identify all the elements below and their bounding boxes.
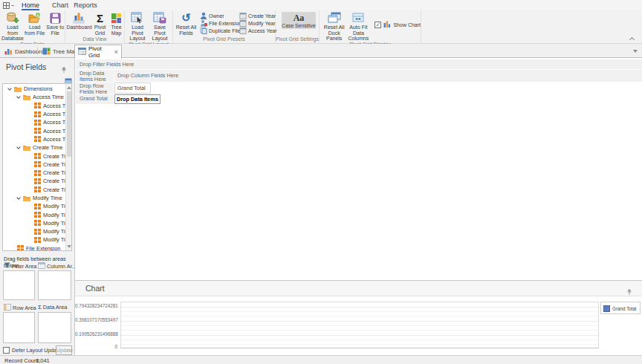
tree-item[interactable]: Modify Time (... xyxy=(3,227,65,235)
field-icon xyxy=(34,186,41,192)
tree-item[interactable]: Dimensions xyxy=(3,85,65,93)
tree-item[interactable]: Modify Time xyxy=(3,194,65,202)
field-icon xyxy=(34,229,41,235)
pivot-fields-panel: Pivot Fields DimensionsAccess TimeAccess… xyxy=(0,58,75,355)
update-button[interactable]: Update xyxy=(56,345,72,355)
load-from-database-button[interactable]: Load from Database xyxy=(1,11,24,42)
column-area-dropbox[interactable] xyxy=(38,270,71,300)
tree-item[interactable]: Create Time (Y... xyxy=(3,186,65,194)
data-cell[interactable]: Drop Data Items He xyxy=(114,94,160,104)
reset-all-dock-panels-button[interactable]: Reset All Dock Panels xyxy=(322,11,346,42)
close-tab-icon[interactable]: × xyxy=(114,49,118,56)
tree-item[interactable]: Access Time xyxy=(3,102,65,110)
tree-item[interactable]: Access Time (... xyxy=(3,118,65,126)
dashboard-button[interactable]: Dashboard xyxy=(67,11,91,30)
sigma-icon: Σ xyxy=(97,11,103,25)
tree-item[interactable]: Create Time (... xyxy=(3,169,65,177)
auto-fit-data-columns-button[interactable]: Auto Fit Data Columns xyxy=(346,11,371,42)
tree-item[interactable]: Create Time xyxy=(3,143,65,152)
legend-color-swatch xyxy=(603,305,610,312)
preset-modify-year-button[interactable]: Modify Year xyxy=(239,19,275,27)
show-chart-checkbox[interactable]: ✓ Show Chart xyxy=(374,21,421,28)
field-icon xyxy=(34,120,41,126)
filter-area-dropbox[interactable] xyxy=(3,270,35,300)
preset-create-year-button[interactable]: Create Year xyxy=(239,12,275,19)
reset-all-fields-button[interactable]: ↺ Reset All Fields xyxy=(175,11,198,36)
duplicate-files-icon xyxy=(200,27,207,35)
tab-separator xyxy=(37,48,38,55)
workspace: Pivot Fields DimensionsAccess TimeAccess… xyxy=(0,58,642,355)
tree-item[interactable]: Access Time xyxy=(3,93,65,101)
pivot-grid-tab-icon xyxy=(78,48,86,56)
preset-access-year-button[interactable]: Access Year xyxy=(239,27,275,34)
checkbox-checked-icon: ✓ xyxy=(374,22,381,28)
save-to-file-button[interactable]: Save to File xyxy=(45,11,65,36)
expand-chevron-icon[interactable] xyxy=(16,94,21,99)
doc-tab-pivot-grid[interactable]: Pivot Grid × xyxy=(74,45,122,59)
ribbon-collapse-icon[interactable] xyxy=(629,37,635,42)
y-axis-tick-label: 0.794328234724281 xyxy=(75,303,117,308)
data-area-label: Σ Data Area xyxy=(38,304,67,311)
ribbon-tab-reports[interactable]: Reports xyxy=(71,0,100,10)
tree-item[interactable]: File Extension xyxy=(3,244,65,251)
tree-item[interactable]: Modify Time (... xyxy=(3,219,65,227)
field-icon xyxy=(34,212,41,218)
tree-item[interactable]: Access Time (... xyxy=(3,110,65,118)
case-sensitive-toggle-button[interactable]: Aa Case Sensitive xyxy=(282,12,316,29)
drop-column-fields-zone[interactable]: Drop Column Fields Here xyxy=(114,70,642,82)
column-grand-total-cell[interactable]: Grand Total xyxy=(114,82,151,94)
expand-chevron-icon[interactable] xyxy=(7,86,12,91)
funnel-icon xyxy=(4,262,10,270)
drop-data-items-zone[interactable]: Drop Data Items Here xyxy=(76,70,114,82)
ribbon-tab-chart[interactable]: Chart xyxy=(49,0,71,10)
drop-row-fields-zone[interactable]: Drop Row Fields Here xyxy=(76,82,114,94)
tree-item[interactable]: Modify Time (... xyxy=(3,235,65,244)
app-menu-arrow-icon xyxy=(11,5,14,6)
y-axis-tick-label: 0.199526231496888 xyxy=(75,331,117,337)
scroll-up-icon[interactable] xyxy=(67,86,71,89)
scrollbar-thumb[interactable] xyxy=(67,91,71,157)
tab-scroll-dropdown-icon[interactable] xyxy=(633,50,638,53)
row-area-dropbox[interactable] xyxy=(3,312,35,343)
save-pivot-layout-button[interactable]: Save Pivot Layout xyxy=(149,11,171,42)
ribbon-tab-home[interactable]: Home xyxy=(21,0,40,10)
tree-map-button[interactable]: Tree Map xyxy=(108,11,124,36)
tree-scrollbar[interactable] xyxy=(65,84,71,250)
row-area-label: Row Area xyxy=(4,304,36,312)
tree-item[interactable]: Access Time (Y... xyxy=(3,135,65,143)
preset-duplicate-files-button[interactable]: Duplicate Files xyxy=(200,27,237,34)
load-from-file-button[interactable]: Load from File xyxy=(24,11,45,36)
tree-item[interactable]: Create Time (... xyxy=(3,177,65,185)
data-area-dropbox[interactable] xyxy=(38,312,71,343)
scroll-down-icon[interactable] xyxy=(67,245,71,248)
defer-layout-checkbox[interactable] xyxy=(3,347,10,354)
defer-layout-label: Defer Layout Update xyxy=(12,347,61,354)
load-pivot-layout-button[interactable]: Load Pivot Layout xyxy=(126,11,149,42)
tree-item[interactable]: Create Time xyxy=(3,152,65,160)
application-menu-button[interactable] xyxy=(3,1,16,10)
preset-file-extension-button[interactable]: File Extension xyxy=(200,19,237,27)
ribbon-group-pivot-grid-layout: Load Pivot Layout Save Pivot Layout Pivo… xyxy=(125,10,173,43)
expand-chevron-icon[interactable] xyxy=(16,145,21,149)
y-axis-tick-label: 0 xyxy=(75,344,117,349)
tree-item[interactable]: Modify Time (... xyxy=(3,210,65,218)
tree-item[interactable]: Create Time (... xyxy=(3,160,65,169)
chart-panel-body: 0.7943282347242810.3981071705534970.1995… xyxy=(75,297,642,355)
field-icon xyxy=(34,153,41,159)
legend-label: Grand Total xyxy=(612,306,636,311)
column-grid-icon xyxy=(38,262,45,270)
chart-panel-header: Chart xyxy=(75,280,642,296)
save-layout-table-icon xyxy=(153,11,166,25)
expand-chevron-icon[interactable] xyxy=(16,195,21,200)
database-download-icon xyxy=(6,11,19,25)
tree-item[interactable]: Modify Time xyxy=(3,202,65,210)
preset-owner-button[interactable]: File Extension Owner xyxy=(200,12,237,19)
group-label-pivot-grid-settings: Pivot Grid Settings xyxy=(276,36,319,43)
pivot-fields-tree: DimensionsAccess TimeAccess TimeAccess T… xyxy=(2,83,72,251)
drop-filter-fields-zone[interactable]: Drop Filter Fields Here xyxy=(76,59,642,69)
field-icon xyxy=(34,103,41,108)
tree-item[interactable]: Access Time (... xyxy=(3,126,65,134)
folder-icon xyxy=(23,195,30,201)
pivot-grid-button[interactable]: Σ Pivot Grid xyxy=(91,11,108,36)
row-grand-total-cell[interactable]: Grand Total xyxy=(76,94,114,104)
